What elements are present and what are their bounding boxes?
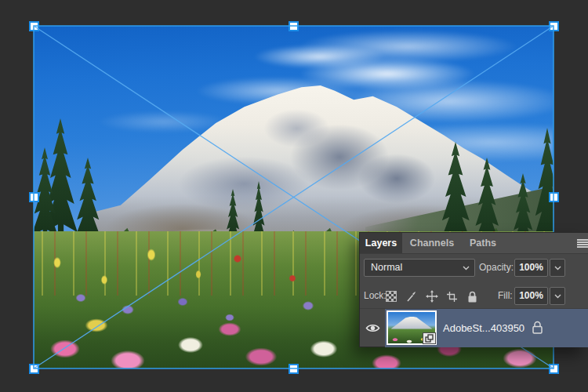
eye-icon (365, 323, 380, 333)
transform-handle-top-right[interactable] (549, 21, 559, 31)
blend-mode-select[interactable]: Normal (364, 259, 475, 277)
transform-handle-top-left[interactable] (29, 21, 39, 31)
fill-dropdown-button[interactable] (550, 287, 565, 305)
layer-locked-badge (532, 321, 544, 335)
fill-input[interactable]: 100% (514, 287, 548, 305)
panel-tab-bar: Layers Channels Paths (360, 233, 588, 254)
lock-artboard-button[interactable] (445, 290, 459, 303)
checkerboard-icon (386, 291, 397, 302)
transform-handle-middle-right[interactable] (549, 192, 559, 202)
layer-thumbnail[interactable] (387, 310, 437, 345)
layers-panel: Layers Channels Paths Normal Opacity: 10… (359, 232, 588, 347)
photoshop-canvas-area: { "canvas": { "background_color": "#2e2e… (0, 0, 588, 392)
tab-layers[interactable]: Layers (360, 233, 402, 253)
tab-paths[interactable]: Paths (462, 233, 504, 253)
blend-mode-value: Normal (371, 262, 402, 273)
artboard-icon (446, 291, 458, 303)
opacity-label: Opacity: (479, 259, 514, 277)
lock-pixels-button[interactable] (405, 290, 418, 303)
padlock-outline-icon (532, 321, 543, 334)
transform-handle-top-center[interactable] (289, 21, 299, 31)
chevron-down-icon (554, 266, 561, 270)
layer-visibility-toggle[interactable] (365, 323, 380, 333)
chevron-down-icon (463, 266, 470, 270)
thumbnail-mountain (391, 317, 433, 329)
smart-object-badge-icon (423, 332, 436, 344)
opacity-dropdown-button[interactable] (550, 259, 565, 277)
fill-label: Fill: (498, 287, 513, 305)
lock-transparency-button[interactable] (384, 290, 397, 303)
transform-handle-bottom-left[interactable] (29, 364, 39, 374)
brush-icon (405, 291, 417, 303)
opacity-input[interactable]: 100% (514, 259, 548, 277)
panel-menu-icon[interactable] (577, 239, 588, 248)
transform-handle-bottom-right[interactable] (549, 364, 559, 374)
lock-position-button[interactable] (425, 290, 438, 303)
transform-handle-bottom-center[interactable] (289, 364, 299, 374)
tab-channels[interactable]: Channels (402, 233, 462, 253)
layer-name: AdobeSt...403950 (443, 309, 524, 347)
lock-all-button[interactable] (466, 290, 479, 303)
lock-buttons (384, 289, 479, 304)
move-icon (426, 290, 438, 303)
padlock-icon (467, 291, 477, 303)
transform-handle-middle-left[interactable] (29, 192, 39, 202)
layer-row[interactable]: AdobeSt...403950 (360, 309, 588, 347)
chevron-down-icon (554, 294, 561, 299)
lock-label: Lock: (364, 287, 387, 305)
